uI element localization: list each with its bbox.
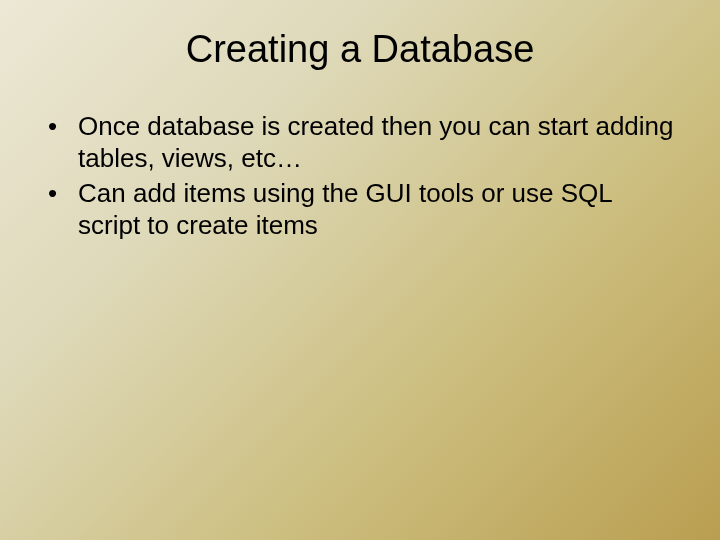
bullet-list: Once database is created then you can st… xyxy=(40,111,680,242)
bullet-item: Once database is created then you can st… xyxy=(44,111,680,174)
slide: Creating a Database Once database is cre… xyxy=(0,0,720,540)
bullet-item: Can add items using the GUI tools or use… xyxy=(44,178,680,241)
slide-title: Creating a Database xyxy=(40,28,680,71)
